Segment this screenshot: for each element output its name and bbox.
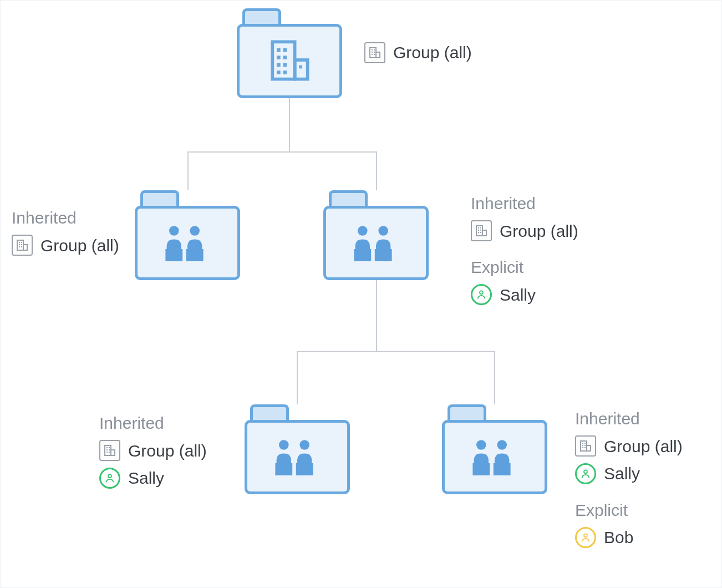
- permissions-panel-left: Inherited Group (all): [12, 206, 119, 261]
- permission-row: Sally: [99, 466, 207, 490]
- user-avatar-icon: [471, 284, 492, 305]
- permission-row: Sally: [471, 283, 578, 307]
- permission-label: Group (all): [500, 219, 578, 244]
- team-folder-icon: [323, 190, 429, 280]
- connector-line: [494, 351, 495, 404]
- permissions-panel-left: Inherited Group (all) Sally: [99, 411, 207, 494]
- team-folder-icon: [135, 190, 240, 280]
- team-folder-node: [323, 190, 429, 280]
- permission-label: Group (all): [40, 234, 119, 258]
- connector-line: [376, 151, 377, 190]
- company-icon: [99, 440, 120, 461]
- user-avatar-icon: [575, 527, 596, 548]
- permission-label: Group (all): [604, 434, 683, 459]
- section-heading-inherited: Inherited: [471, 191, 578, 216]
- company-icon: [12, 235, 33, 256]
- section-heading-explicit: Explicit: [471, 255, 578, 280]
- permission-row: Group (all): [99, 439, 207, 463]
- permission-row: Bob: [575, 525, 683, 550]
- people-icon: [464, 436, 525, 478]
- people-icon: [157, 222, 218, 264]
- building-icon: [259, 34, 320, 88]
- connector-line: [297, 351, 495, 352]
- permissions-panel-right: Inherited Group (all) Explicit Sally: [471, 191, 578, 310]
- permission-label: Group (all): [393, 40, 472, 65]
- team-folder-node: [245, 404, 350, 494]
- permission-label: Group (all): [128, 439, 207, 463]
- permission-row: Group (all): [575, 434, 683, 459]
- team-folder-node: [442, 404, 547, 494]
- root-permissions-panel: Group (all): [364, 37, 472, 68]
- section-heading-inherited: Inherited: [12, 206, 119, 230]
- connector-line: [187, 151, 377, 153]
- team-folder-icon: [245, 404, 350, 494]
- user-avatar-icon: [575, 463, 596, 484]
- company-icon: [575, 435, 596, 457]
- permission-label: Sally: [128, 466, 164, 490]
- connector-line: [376, 280, 377, 352]
- permission-label: Sally: [500, 283, 536, 307]
- company-icon: [364, 42, 385, 63]
- permission-label: Sally: [604, 462, 640, 486]
- permission-row: Group (all): [364, 40, 472, 65]
- connector-line: [187, 151, 189, 190]
- team-folder-icon: [442, 404, 547, 494]
- permissions-panel-right: Inherited Group (all) Sally Explicit Bob: [575, 407, 683, 553]
- section-heading-inherited: Inherited: [575, 407, 683, 431]
- connector-line: [289, 97, 290, 153]
- people-icon: [345, 222, 406, 264]
- section-heading-explicit: Explicit: [575, 498, 683, 523]
- section-heading-inherited: Inherited: [99, 411, 207, 435]
- connector-line: [297, 351, 298, 404]
- permission-row: Group (all): [12, 234, 119, 258]
- permission-row: Sally: [575, 462, 683, 486]
- root-folder-node: [237, 8, 342, 98]
- permission-label: Bob: [604, 525, 633, 550]
- permission-row: Group (all): [471, 219, 578, 244]
- company-icon: [471, 220, 492, 241]
- team-folder-node: [135, 190, 240, 280]
- people-icon: [267, 436, 328, 478]
- company-folder-icon: [237, 8, 342, 98]
- user-avatar-icon: [99, 468, 120, 489]
